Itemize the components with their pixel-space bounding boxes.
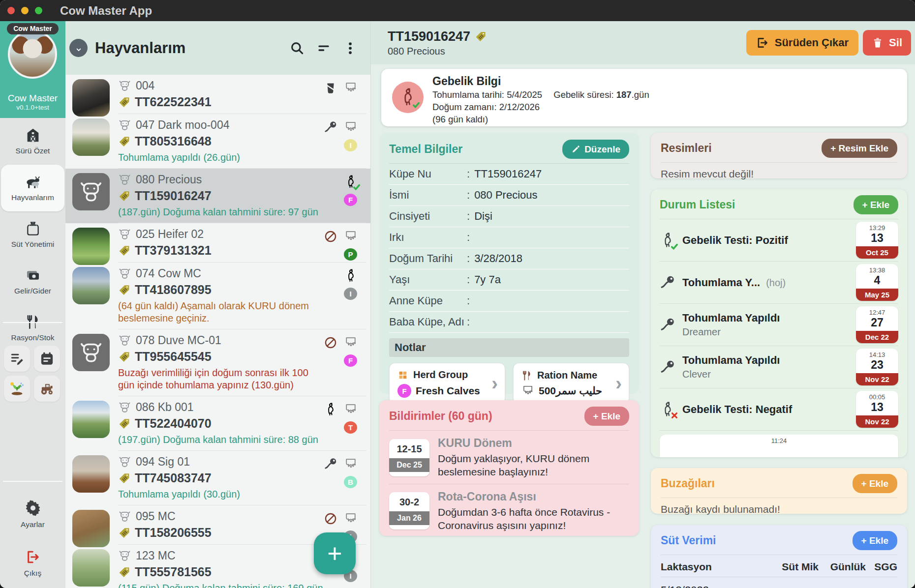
udder-icon	[344, 512, 358, 526]
basic-info-value: 080 Precious	[474, 189, 537, 202]
status-item[interactable]: Tohumlama Yapıldı Clever 14:1323Nov 22	[660, 346, 898, 388]
sidebar-item-ration-stock[interactable]: Rasyon/Stok	[0, 305, 65, 352]
sidebar-tools	[4, 346, 62, 402]
animal-row[interactable]: 086 Kb 001 TT522404070 (197.gün) Doğuma …	[65, 396, 370, 451]
status-list-card: Durum Listesi + Ekle Gebelik Testi: Pozi…	[651, 189, 907, 457]
notification-title: Rota-Corona Aşısı	[438, 490, 629, 503]
udder-icon	[344, 457, 358, 471]
tool-calendar-button[interactable]	[34, 346, 60, 372]
cowface-icon	[118, 267, 131, 280]
tag-icon	[475, 30, 487, 42]
tool-tractor-button[interactable]	[34, 376, 60, 402]
tractor-icon	[39, 381, 55, 396]
tag-icon	[118, 566, 130, 578]
more-menu-icon[interactable]	[343, 41, 358, 56]
basic-info-value: Dişi	[474, 210, 492, 223]
can-icon	[25, 221, 41, 236]
calendar-icon	[39, 351, 55, 366]
status-item[interactable]: Tohumlama Y...(hoj) 13:384May 25	[660, 262, 898, 304]
animal-row[interactable]: 080 Precious TT159016247 (187.gün) Doğum…	[65, 169, 370, 223]
animal-tag-number: TT158206555	[135, 526, 212, 540]
basic-info-label: Cinsiyeti	[389, 210, 467, 223]
animal-state-icons	[344, 175, 358, 189]
remove-from-herd-button[interactable]: Sürüden Çıkar	[746, 30, 858, 56]
animal-row[interactable]: 078 Duve MC-01 TT955645545 Buzağı veriml…	[65, 329, 370, 396]
basic-info-label: Küpe Nu	[389, 168, 467, 180]
notes-field[interactable]: Notlar	[389, 338, 629, 357]
sort-icon[interactable]	[316, 41, 331, 56]
animal-state-icons	[324, 81, 358, 95]
edit-button[interactable]: Düzenle	[562, 140, 629, 159]
tag-icon	[118, 244, 130, 257]
animal-row[interactable]: 047 Dark moo-004 TT805316648 Tohumlama y…	[65, 114, 370, 169]
animal-badge: P	[344, 248, 357, 261]
status-item[interactable]: Tohumlama Yapıldı Dreamer 12:4727Dec 22	[660, 304, 898, 346]
editlist-icon	[9, 351, 25, 366]
dry-icon	[324, 81, 337, 95]
sidebar-item-milk-management[interactable]: Süt Yönetimi	[0, 211, 65, 258]
search-icon[interactable]	[290, 41, 305, 56]
tool-plant-button[interactable]	[4, 376, 30, 402]
animal-row[interactable]: 094 Sig 01 TT745083747 Tohumlama yapıldı…	[65, 451, 370, 505]
animal-row[interactable]: 074 Cow MC TT418607895 (64 gün kaldı) Aş…	[65, 263, 370, 329]
add-calf-button[interactable]: + Ekle	[853, 474, 897, 493]
sidebar-item-logout[interactable]: Çıkış	[0, 539, 65, 588]
calves-title: Buzağıları	[661, 477, 853, 490]
minimize-window-button[interactable]	[21, 7, 29, 14]
cowface-icon	[118, 173, 131, 186]
tool-editlist-button[interactable]	[4, 346, 30, 372]
sidebar-item-herd-summary[interactable]: Sürü Özet	[0, 118, 65, 165]
sidebar-item-settings[interactable]: Ayarlar	[0, 490, 65, 539]
basic-info-label: Yaşı	[389, 273, 467, 286]
cowface-icon	[78, 340, 104, 365]
sperm-icon	[660, 317, 675, 333]
sperm-icon	[660, 359, 675, 375]
status-title: Gebelik Testi: Negatif	[682, 403, 792, 416]
cowface-icon	[118, 334, 131, 347]
animal-name: 086 Kb 001	[136, 401, 194, 414]
status-title: Gebelik Testi: Pozitif	[682, 234, 788, 247]
animal-badge: I	[344, 139, 357, 151]
notification-item[interactable]: 12-15Dec 25 KURU Dönem Doğum yaklaşıyor,…	[389, 431, 629, 484]
sperm-icon	[660, 275, 675, 291]
gear-icon	[25, 500, 41, 516]
milk-column-header: Süt Mik	[771, 561, 819, 573]
animal-tag-number: TT159016247	[135, 189, 212, 203]
notification-item[interactable]: 30-2Jan 26 Rota-Corona Aşısı Doğumdan 3-…	[389, 484, 629, 537]
ration-card[interactable]: Ration Name 500حليب سمر ›	[513, 363, 629, 404]
animal-name: 080 Precious	[136, 173, 202, 186]
banned-icon	[324, 336, 337, 350]
close-window-button[interactable]	[7, 7, 15, 14]
add-image-button[interactable]: + Resim Ekle	[822, 139, 897, 158]
animal-status-text: (64 gün kaldı) Aşamalı olarak KURU dönem…	[118, 300, 327, 324]
pregnant-icon	[324, 403, 337, 416]
add-notification-button[interactable]: + Ekle	[584, 407, 629, 426]
add-milk-record-button[interactable]: + Ekle	[853, 531, 897, 550]
pregnant-check-icon	[660, 233, 675, 248]
add-status-button[interactable]: + Ekle	[854, 195, 898, 214]
animal-row[interactable]: 004 TT622522341	[65, 75, 370, 114]
notifications-title: Bildirimler (60 gün)	[389, 410, 584, 423]
animal-row[interactable]: 025 Heifer 02 TT379131321 P	[65, 223, 370, 263]
zoom-window-button[interactable]	[35, 7, 42, 14]
status-title: Tohumlama Yapıldı	[682, 354, 780, 367]
sidebar-item-income-expense[interactable]: Gelir/Gider	[0, 258, 65, 305]
cowface-icon	[118, 79, 131, 92]
milk-row[interactable]: 5/18/2022 0.0 0.0 610	[661, 584, 897, 588]
herd-group-card[interactable]: Herd Group FFresh Calves ›	[389, 363, 505, 404]
basic-info-label: Anne Küpe	[389, 294, 467, 307]
sidebar-item-label: Hayvanlarım	[11, 193, 54, 202]
pregnancy-line-2: Doğum zamanı: 2/12/2026	[432, 102, 898, 113]
profile-avatar[interactable]	[69, 39, 88, 57]
notification-items: 12-15Dec 25 KURU Dönem Doğum yaklaşıyor,…	[389, 431, 629, 537]
status-item[interactable]: Gebelik Testi: Pozitif 13:2913Oct 25	[660, 219, 898, 262]
pencil-icon	[571, 145, 580, 154]
status-item[interactable]: Gebelik Testi: Negatif 00:0513Nov 22	[660, 388, 898, 431]
basic-info-row: Irkı :	[389, 227, 629, 248]
add-animal-fab[interactable]: +	[314, 532, 356, 574]
plant-icon	[9, 381, 25, 396]
animal-name: 095 MC	[136, 510, 176, 523]
calves-empty-text: Buzağı kaydı bulunamadı!	[661, 503, 897, 515]
delete-button[interactable]: Sil	[863, 30, 911, 56]
sidebar-item-my-animals[interactable]: Hayvanlarım	[1, 165, 64, 211]
